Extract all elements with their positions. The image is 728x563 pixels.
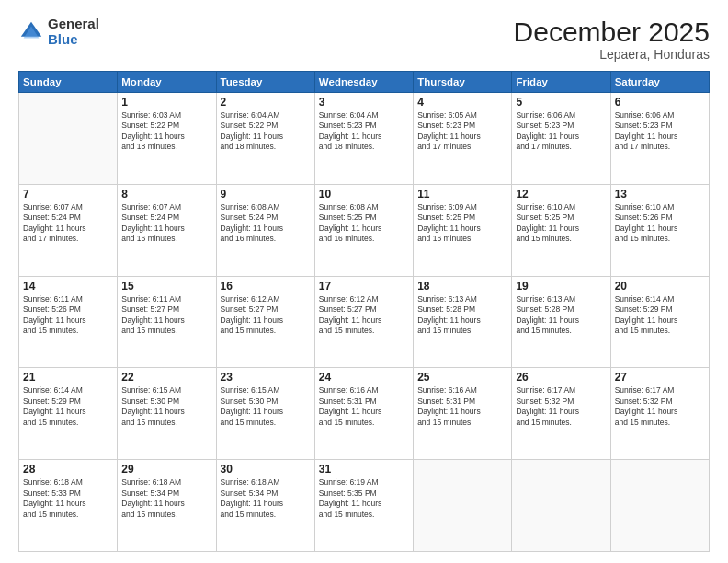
- day-number: 7: [23, 188, 113, 201]
- day-number: 28: [23, 463, 113, 476]
- month-title: December 2025: [514, 17, 710, 47]
- col-saturday: Saturday: [610, 72, 709, 93]
- cell-info: Sunrise: 6:17 AM Sunset: 5:32 PM Dayligh…: [615, 385, 705, 428]
- table-row: 27Sunrise: 6:17 AM Sunset: 5:32 PM Dayli…: [610, 368, 709, 460]
- page: General Blue December 2025 Lepaera, Hond…: [0, 0, 728, 563]
- col-friday: Friday: [512, 72, 610, 93]
- cell-info: Sunrise: 6:07 AM Sunset: 5:24 PM Dayligh…: [23, 202, 113, 245]
- table-row: 1Sunrise: 6:03 AM Sunset: 5:22 PM Daylig…: [118, 93, 216, 185]
- table-row: 9Sunrise: 6:08 AM Sunset: 5:24 PM Daylig…: [216, 184, 314, 276]
- table-row: 11Sunrise: 6:09 AM Sunset: 5:25 PM Dayli…: [414, 184, 512, 276]
- day-number: 10: [319, 188, 409, 201]
- cell-info: Sunrise: 6:10 AM Sunset: 5:26 PM Dayligh…: [615, 202, 705, 245]
- logo-text: General Blue: [48, 17, 99, 47]
- table-row: 18Sunrise: 6:13 AM Sunset: 5:28 PM Dayli…: [414, 276, 512, 368]
- day-number: 13: [615, 188, 705, 201]
- table-row: 19Sunrise: 6:13 AM Sunset: 5:28 PM Dayli…: [512, 276, 610, 368]
- table-row: 24Sunrise: 6:16 AM Sunset: 5:31 PM Dayli…: [314, 368, 413, 460]
- cell-info: Sunrise: 6:03 AM Sunset: 5:22 PM Dayligh…: [121, 110, 211, 153]
- calendar-row: 28Sunrise: 6:18 AM Sunset: 5:33 PM Dayli…: [19, 460, 710, 552]
- calendar-header-row: Sunday Monday Tuesday Wednesday Thursday…: [19, 72, 710, 93]
- cell-info: Sunrise: 6:16 AM Sunset: 5:31 PM Dayligh…: [319, 385, 409, 428]
- table-row: 6Sunrise: 6:06 AM Sunset: 5:23 PM Daylig…: [610, 93, 709, 185]
- cell-info: Sunrise: 6:11 AM Sunset: 5:26 PM Dayligh…: [23, 294, 113, 337]
- cell-info: Sunrise: 6:18 AM Sunset: 5:34 PM Dayligh…: [121, 477, 211, 520]
- day-number: 6: [615, 96, 705, 109]
- cell-info: Sunrise: 6:14 AM Sunset: 5:29 PM Dayligh…: [615, 294, 705, 337]
- table-row: 29Sunrise: 6:18 AM Sunset: 5:34 PM Dayli…: [118, 460, 216, 552]
- cell-info: Sunrise: 6:15 AM Sunset: 5:30 PM Dayligh…: [121, 385, 211, 428]
- table-row: 5Sunrise: 6:06 AM Sunset: 5:23 PM Daylig…: [512, 93, 610, 185]
- day-number: 14: [23, 280, 113, 293]
- table-row: 20Sunrise: 6:14 AM Sunset: 5:29 PM Dayli…: [610, 276, 709, 368]
- cell-info: Sunrise: 6:04 AM Sunset: 5:23 PM Dayligh…: [319, 110, 409, 153]
- table-row: 22Sunrise: 6:15 AM Sunset: 5:30 PM Dayli…: [118, 368, 216, 460]
- calendar-row: 14Sunrise: 6:11 AM Sunset: 5:26 PM Dayli…: [19, 276, 710, 368]
- day-number: 19: [516, 280, 606, 293]
- cell-info: Sunrise: 6:19 AM Sunset: 5:35 PM Dayligh…: [319, 477, 409, 520]
- cell-info: Sunrise: 6:10 AM Sunset: 5:25 PM Dayligh…: [516, 202, 606, 245]
- cell-info: Sunrise: 6:13 AM Sunset: 5:28 PM Dayligh…: [516, 294, 606, 337]
- logo: General Blue: [18, 17, 99, 47]
- cell-info: Sunrise: 6:17 AM Sunset: 5:32 PM Dayligh…: [516, 385, 606, 428]
- cell-info: Sunrise: 6:12 AM Sunset: 5:27 PM Dayligh…: [221, 294, 311, 337]
- day-number: 31: [319, 463, 409, 476]
- table-row: 23Sunrise: 6:15 AM Sunset: 5:30 PM Dayli…: [216, 368, 314, 460]
- col-wednesday: Wednesday: [314, 72, 413, 93]
- day-number: 26: [516, 371, 606, 384]
- table-row: [610, 460, 709, 552]
- cell-info: Sunrise: 6:09 AM Sunset: 5:25 PM Dayligh…: [417, 202, 507, 245]
- day-number: 11: [417, 188, 507, 201]
- table-row: 16Sunrise: 6:12 AM Sunset: 5:27 PM Dayli…: [216, 276, 314, 368]
- day-number: 15: [121, 280, 211, 293]
- day-number: 21: [23, 371, 113, 384]
- day-number: 1: [121, 96, 211, 109]
- cell-info: Sunrise: 6:07 AM Sunset: 5:24 PM Dayligh…: [121, 202, 211, 245]
- day-number: 17: [319, 280, 409, 293]
- table-row: 8Sunrise: 6:07 AM Sunset: 5:24 PM Daylig…: [118, 184, 216, 276]
- title-area: December 2025 Lepaera, Honduras: [514, 17, 710, 62]
- cell-info: Sunrise: 6:08 AM Sunset: 5:24 PM Dayligh…: [221, 202, 311, 245]
- day-number: 18: [417, 280, 507, 293]
- table-row: 25Sunrise: 6:16 AM Sunset: 5:31 PM Dayli…: [414, 368, 512, 460]
- table-row: 10Sunrise: 6:08 AM Sunset: 5:25 PM Dayli…: [314, 184, 413, 276]
- day-number: 9: [221, 188, 311, 201]
- location-subtitle: Lepaera, Honduras: [514, 47, 710, 62]
- calendar-row: 21Sunrise: 6:14 AM Sunset: 5:29 PM Dayli…: [19, 368, 710, 460]
- cell-info: Sunrise: 6:13 AM Sunset: 5:28 PM Dayligh…: [417, 294, 507, 337]
- calendar-table: Sunday Monday Tuesday Wednesday Thursday…: [18, 71, 710, 552]
- table-row: 30Sunrise: 6:18 AM Sunset: 5:34 PM Dayli…: [216, 460, 314, 552]
- day-number: 8: [121, 188, 211, 201]
- table-row: 12Sunrise: 6:10 AM Sunset: 5:25 PM Dayli…: [512, 184, 610, 276]
- table-row: 4Sunrise: 6:05 AM Sunset: 5:23 PM Daylig…: [414, 93, 512, 185]
- cell-info: Sunrise: 6:18 AM Sunset: 5:33 PM Dayligh…: [23, 477, 113, 520]
- cell-info: Sunrise: 6:11 AM Sunset: 5:27 PM Dayligh…: [121, 294, 211, 337]
- cell-info: Sunrise: 6:15 AM Sunset: 5:30 PM Dayligh…: [221, 385, 311, 428]
- cell-info: Sunrise: 6:04 AM Sunset: 5:22 PM Dayligh…: [221, 110, 311, 153]
- day-number: 20: [615, 280, 705, 293]
- cell-info: Sunrise: 6:05 AM Sunset: 5:23 PM Dayligh…: [417, 110, 507, 153]
- header: General Blue December 2025 Lepaera, Hond…: [18, 17, 710, 62]
- cell-info: Sunrise: 6:12 AM Sunset: 5:27 PM Dayligh…: [319, 294, 409, 337]
- day-number: 27: [615, 371, 705, 384]
- logo-icon: [18, 19, 44, 45]
- col-thursday: Thursday: [414, 72, 512, 93]
- table-row: 14Sunrise: 6:11 AM Sunset: 5:26 PM Dayli…: [19, 276, 118, 368]
- cell-info: Sunrise: 6:06 AM Sunset: 5:23 PM Dayligh…: [615, 110, 705, 153]
- day-number: 3: [319, 96, 409, 109]
- table-row: [414, 460, 512, 552]
- table-row: 28Sunrise: 6:18 AM Sunset: 5:33 PM Dayli…: [19, 460, 118, 552]
- day-number: 30: [221, 463, 311, 476]
- day-number: 16: [221, 280, 311, 293]
- calendar-row: 7Sunrise: 6:07 AM Sunset: 5:24 PM Daylig…: [19, 184, 710, 276]
- day-number: 5: [516, 96, 606, 109]
- cell-info: Sunrise: 6:08 AM Sunset: 5:25 PM Dayligh…: [319, 202, 409, 245]
- logo-blue-label: Blue: [48, 32, 99, 48]
- day-number: 12: [516, 188, 606, 201]
- cell-info: Sunrise: 6:06 AM Sunset: 5:23 PM Dayligh…: [516, 110, 606, 153]
- day-number: 23: [221, 371, 311, 384]
- table-row: 17Sunrise: 6:12 AM Sunset: 5:27 PM Dayli…: [314, 276, 413, 368]
- col-sunday: Sunday: [19, 72, 118, 93]
- table-row: 26Sunrise: 6:17 AM Sunset: 5:32 PM Dayli…: [512, 368, 610, 460]
- day-number: 25: [417, 371, 507, 384]
